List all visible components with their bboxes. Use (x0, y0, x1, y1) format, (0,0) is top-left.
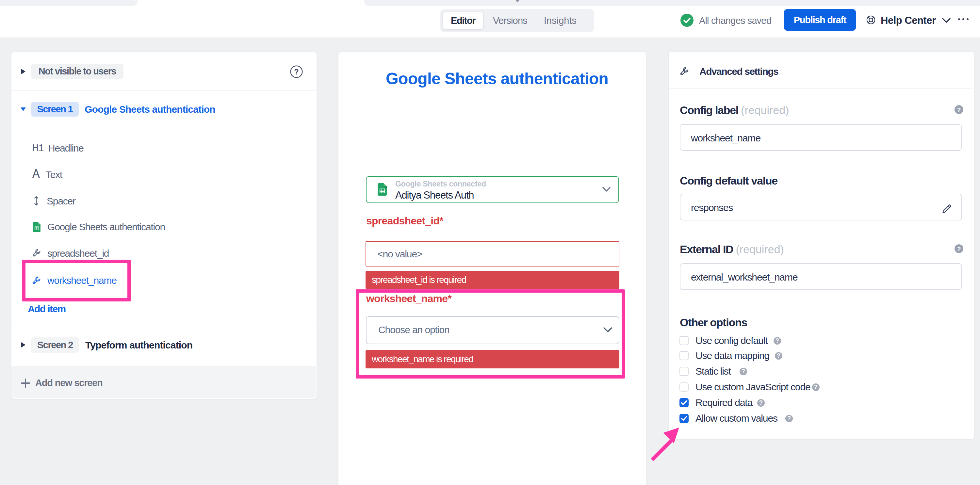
svg-text:?: ? (294, 68, 299, 76)
svg-text:?: ? (957, 107, 961, 113)
svg-text:?: ? (957, 246, 961, 253)
